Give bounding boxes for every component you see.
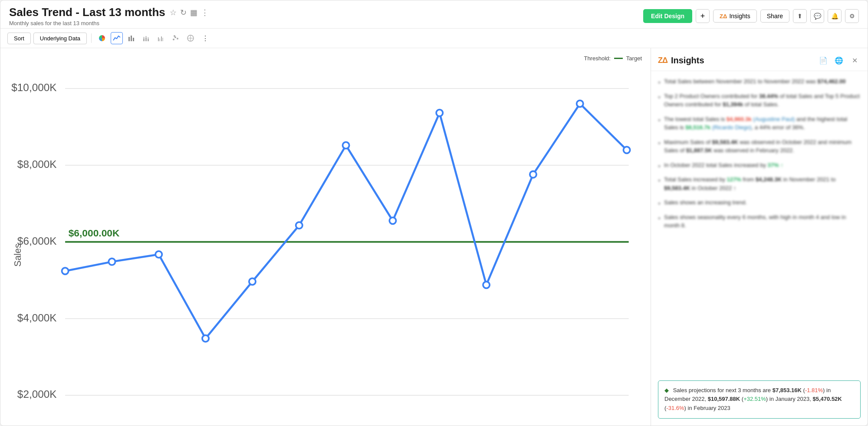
svg-text:$10,000K: $10,000K [11,82,56,93]
insight-item-4: ● Maximum Sales of $9,583.4K was observe… [658,138,861,155]
bar-chart-btn[interactable] [125,32,138,44]
insights-panel-header: ZΔ Insights 📄 🌐 ✕ [651,48,868,71]
insights-doc-icon-button[interactable]: 📄 [817,54,829,66]
svg-text:$2,000K: $2,000K [17,388,56,400]
more-icon[interactable]: ⋮ [201,8,209,17]
refresh-icon[interactable]: ↻ [180,8,187,17]
svg-point-15 [177,38,178,39]
insights-globe-icon-button[interactable]: 🌐 [833,54,845,66]
svg-point-48 [202,335,209,342]
insight-item-1: ● Total Sales between November 2021 to N… [658,77,861,86]
svg-text:$8,000K: $8,000K [17,158,56,170]
projection-feb-change: -31.6% [666,405,684,411]
svg-point-45 [62,268,69,274]
chart-wrapper: $10,000K $8,000K $6,000K $4,000K $2,000K… [9,63,642,426]
svg-text:Sales: Sales [13,243,23,266]
projection-box: ◆ Sales projections for next 3 months ar… [658,380,861,419]
line-chart-btn[interactable] [111,32,123,44]
underlying-data-button[interactable]: Underlying Data [33,33,87,44]
star-icon[interactable]: ☆ [170,8,177,17]
svg-rect-3 [143,39,145,41]
bullet-icon: ● [658,200,661,207]
svg-rect-10 [159,39,160,41]
svg-point-49 [249,278,256,285]
projection-jan-label: in January 2023, [769,396,813,402]
header: Sales Trend - Last 13 months ☆ ↻ ▦ ⋮ Mon… [0,0,868,29]
grouped-bar-btn[interactable] [155,32,167,44]
alert-icon-button[interactable]: 🔔 [828,9,842,23]
header-left: Sales Trend - Last 13 months ☆ ↻ ▦ ⋮ Mon… [9,6,209,26]
main-content: Threshold: Target $10,000K $8,000K $6,00… [0,48,868,426]
bullet-icon: ● [658,215,661,230]
svg-point-57 [623,147,630,153]
export-icon-button[interactable]: ⬆ [793,9,807,23]
insight-text-2: Top 2 Product Owners contributed for 38.… [664,92,861,109]
chart-toolbar: Sort Underlying Data ⋮ [0,29,868,48]
page-subtitle: Monthly sales for the last 13 months [9,20,209,26]
svg-point-51 [342,142,349,148]
insights-body: ● Total Sales between November 2021 to N… [651,71,868,377]
insight-text-5: In October 2022 total Sales increased by… [664,161,783,170]
svg-point-56 [577,100,583,107]
svg-rect-8 [148,37,149,39]
insight-item-2: ● Top 2 Product Owners contributed for 3… [658,92,861,109]
header-action-icons: ☆ ↻ ▦ ⋮ [170,8,209,17]
svg-rect-2 [133,38,134,41]
svg-point-54 [483,282,490,288]
svg-point-53 [436,110,443,116]
save-icon[interactable]: ▦ [190,8,197,17]
chart-area: Threshold: Target $10,000K $8,000K $6,00… [0,48,651,426]
svg-point-50 [296,222,302,229]
toolbar-divider [91,33,92,43]
target-label: Target [626,55,642,62]
insights-panel-title: Insights [671,56,704,66]
insight-text-4: Maximum Sales of $9,583.4K was observed … [664,138,861,155]
map-btn[interactable] [184,32,197,44]
insights-zoho-icon: ZΔ [658,56,667,65]
bullet-icon: ● [658,94,661,109]
chart-legend: Threshold: Target [9,55,642,62]
settings-icon-button[interactable]: ⚙ [845,9,859,23]
svg-rect-7 [148,39,149,41]
svg-point-47 [155,251,162,258]
svg-rect-5 [145,38,147,41]
pie-chart-btn[interactable] [96,32,108,44]
projection-jan-change: +32.51% [743,396,766,402]
projection-feb-label: in February 2023 [688,405,730,411]
scatter-btn[interactable] [170,32,182,44]
svg-rect-11 [161,36,162,41]
line-chart-svg: $10,000K $8,000K $6,000K $4,000K $2,000K… [9,63,642,426]
edit-design-button[interactable]: Edit Design [643,9,692,23]
sort-button[interactable]: Sort [7,33,31,44]
svg-point-55 [530,171,536,177]
insights-header-actions: 📄 🌐 ✕ [817,54,861,66]
svg-rect-0 [128,37,130,41]
page-title: Sales Trend - Last 13 months [9,6,165,19]
svg-rect-1 [131,36,132,41]
bullet-icon: ● [658,140,661,155]
bullet-icon: ● [658,79,661,86]
stacked-bar-btn[interactable] [140,32,152,44]
svg-rect-12 [162,38,163,41]
svg-rect-6 [145,36,147,38]
insights-button[interactable]: ZΔ Insights [713,10,757,23]
insight-text-6: Total Sales increased by 127% from $4,24… [664,175,861,192]
svg-rect-9 [158,37,159,41]
comment-icon-button[interactable]: 💬 [810,9,824,23]
svg-rect-4 [143,37,145,39]
share-button[interactable]: Share [760,10,789,23]
insights-close-button[interactable]: ✕ [848,54,861,66]
svg-text:$6,000.00K: $6,000.00K [69,227,120,239]
more-chart-btn[interactable]: ⋮ [199,32,211,44]
insight-item-7: ● Sales shows an increasing trend. [658,198,861,207]
header-right: Edit Design + ZΔ Insights Share ⬆ 💬 🔔 ⚙ [643,9,859,23]
insights-panel: ZΔ Insights 📄 🌐 ✕ ● Total Sales between … [651,48,868,426]
insight-text-3: The lowest total Sales is $4,960.3k (Aug… [664,115,861,132]
insight-text-7: Sales shows an increasing trend. [664,198,747,207]
svg-point-13 [173,39,174,40]
bullet-icon: ● [658,117,661,132]
add-button[interactable]: + [696,9,710,23]
svg-point-52 [389,217,396,224]
projection-feb-val: $5,470.52K [813,396,842,402]
diamond-icon: ◆ [664,387,669,393]
